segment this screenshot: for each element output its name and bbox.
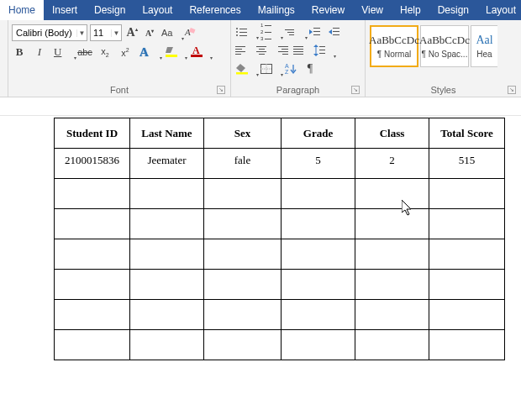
th-class[interactable]: Class — [355, 118, 429, 149]
group-label-paragraph: Paragraph↘ — [234, 83, 361, 97]
table-row — [55, 270, 505, 300]
table-row — [55, 330, 505, 360]
svg-text:Z: Z — [285, 69, 289, 75]
svg-rect-5 — [191, 55, 203, 57]
tab-home[interactable]: Home — [0, 0, 44, 20]
font-size-combo[interactable]: 11 ▼ — [90, 24, 122, 41]
highlight-icon[interactable] — [163, 45, 183, 60]
table-row — [55, 209, 505, 239]
th-student-id[interactable]: Student ID — [55, 118, 130, 149]
cell-sex[interactable]: fale — [204, 149, 282, 179]
font-dialog-launcher-icon[interactable]: ↘ — [217, 86, 225, 94]
th-total-score[interactable]: Total Score — [429, 118, 505, 149]
bullets-icon[interactable] — [234, 24, 255, 39]
cell-class[interactable]: 2 — [355, 149, 429, 179]
decrease-indent-icon[interactable] — [308, 24, 323, 39]
svg-rect-14 — [319, 50, 325, 50]
tab-view[interactable]: View — [353, 0, 392, 20]
numbering-icon[interactable]: 123 — [259, 24, 279, 39]
subscript-icon[interactable]: x2 — [97, 45, 113, 60]
sort-icon[interactable]: AZ — [283, 61, 298, 76]
align-right-icon[interactable] — [273, 43, 288, 58]
table-row — [55, 239, 505, 270]
increase-indent-icon[interactable] — [327, 24, 342, 39]
chevron-down-icon: ▼ — [76, 29, 87, 37]
tab-context-design[interactable]: Design — [429, 0, 477, 20]
tab-insert[interactable]: Insert — [44, 0, 86, 20]
style-normal[interactable]: AaBbCcDc ¶ Normal — [370, 25, 418, 67]
font-size-value: 11 — [91, 28, 111, 38]
multilevel-list-icon[interactable] — [283, 24, 303, 39]
font-name-combo[interactable]: Calibri (Body) ▼ — [12, 24, 87, 41]
th-sex[interactable]: Sex — [204, 118, 282, 149]
show-marks-icon[interactable]: ¶ — [303, 61, 318, 76]
tab-references[interactable]: References — [181, 0, 249, 20]
italic-icon[interactable]: I — [32, 45, 47, 60]
group-label-font: Font↘ — [12, 83, 227, 97]
strikethrough-icon[interactable]: abc — [77, 45, 92, 60]
grow-font-icon[interactable]: A▴ — [124, 25, 139, 40]
group-font: Calibri (Body) ▼ 11 ▼ A▴ A▾ Aa A B I U a… — [8, 20, 231, 97]
align-center-icon[interactable] — [254, 43, 269, 58]
bold-icon[interactable]: B — [12, 45, 27, 60]
table-row: 2100015836 Jeemater fale 5 2 515 — [55, 149, 505, 179]
tab-layout[interactable]: Layout — [134, 0, 181, 20]
table-row — [55, 179, 505, 209]
change-case-icon[interactable]: Aa — [160, 25, 180, 40]
tab-context-layout[interactable]: Layout — [477, 0, 521, 20]
group-label-styles: Styles↘ — [369, 83, 518, 97]
line-spacing-icon[interactable] — [312, 43, 332, 58]
ruler — [0, 97, 521, 116]
svg-text:A: A — [285, 63, 289, 69]
svg-rect-11 — [333, 34, 339, 35]
student-table[interactable]: Student ID Last Name Sex Grade Class Tot… — [54, 118, 505, 360]
borders-icon[interactable] — [259, 61, 279, 76]
cell-last-name[interactable]: Jeemater — [130, 149, 204, 179]
font-color-icon[interactable]: A — [188, 45, 208, 60]
ribbon: Calibri (Body) ▼ 11 ▼ A▴ A▾ Aa A B I U a… — [0, 20, 521, 97]
table-row — [55, 300, 505, 330]
align-left-icon[interactable] — [234, 43, 250, 58]
th-grade[interactable]: Grade — [282, 118, 355, 149]
svg-rect-15 — [319, 53, 325, 54]
cell-student-id[interactable]: 2100015836 — [55, 149, 130, 179]
paragraph-dialog-launcher-icon[interactable]: ↘ — [351, 86, 360, 94]
svg-rect-13 — [319, 46, 325, 47]
tab-review[interactable]: Review — [303, 0, 353, 20]
font-name-value: Calibri (Body) — [13, 28, 76, 38]
justify-icon[interactable] — [292, 43, 308, 58]
th-last-name[interactable]: Last Name — [130, 118, 204, 149]
shading-icon[interactable] — [234, 61, 255, 76]
svg-rect-9 — [333, 28, 339, 29]
tab-help[interactable]: Help — [392, 0, 429, 20]
cell-grade[interactable]: 5 — [282, 149, 355, 179]
table-header-row: Student ID Last Name Sex Grade Class Tot… — [55, 118, 505, 149]
svg-rect-3 — [166, 55, 177, 57]
text-effects-icon[interactable]: A — [138, 45, 158, 60]
tab-design[interactable]: Design — [86, 0, 134, 20]
superscript-icon[interactable]: x2 — [118, 45, 133, 60]
style-no-spacing[interactable]: AaBbCcDc ¶ No Spac... — [420, 25, 469, 67]
shrink-font-icon[interactable]: A▾ — [142, 25, 157, 40]
svg-rect-12 — [316, 47, 317, 54]
svg-rect-8 — [313, 34, 320, 35]
style-heading1[interactable]: Aal Hea — [471, 25, 497, 67]
svg-rect-16 — [236, 72, 248, 75]
group-styles: AaBbCcDc ¶ Normal AaBbCcDc ¶ No Spac... … — [366, 20, 521, 97]
cell-total-score[interactable]: 515 — [429, 149, 505, 179]
svg-rect-10 — [333, 31, 339, 32]
svg-rect-7 — [313, 31, 320, 32]
group-paragraph: 123 AZ ¶ Paragraph↘ — [231, 20, 366, 97]
ribbon-tabs: Home Insert Design Layout References Mai… — [0, 0, 521, 20]
chevron-down-icon: ▼ — [111, 29, 121, 37]
clear-formatting-icon[interactable]: A — [182, 25, 197, 40]
tab-mailings[interactable]: Mailings — [250, 0, 303, 20]
svg-rect-6 — [313, 28, 320, 29]
document-area[interactable]: Student ID Last Name Sex Grade Class Tot… — [0, 118, 521, 360]
styles-dialog-launcher-icon[interactable]: ↘ — [508, 86, 516, 94]
underline-icon[interactable]: U — [52, 45, 72, 60]
